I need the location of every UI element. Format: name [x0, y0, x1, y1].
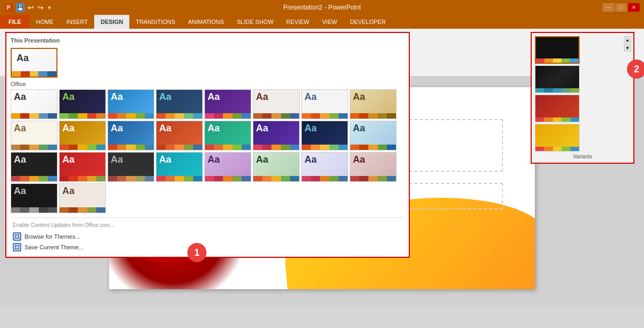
variant-item[interactable] — [535, 36, 580, 64]
variant-item[interactable] — [535, 95, 580, 122]
tab-developer[interactable]: DEVELOPER — [343, 15, 392, 29]
theme-item[interactable]: Aa — [204, 152, 251, 182]
theme-item[interactable]: Aa — [59, 121, 106, 150]
browse-themes-icon — [13, 232, 21, 241]
scroll-up-button[interactable]: ▲ — [624, 36, 631, 44]
window-title: Presentation2 - PowerPoint — [283, 4, 361, 11]
theme-item[interactable]: Aa — [59, 183, 106, 213]
close-button[interactable]: ✕ — [628, 3, 640, 12]
window-controls: ─ □ ✕ — [602, 3, 640, 12]
variants-grid — [535, 36, 630, 152]
tab-home[interactable]: HOME — [30, 15, 60, 29]
quick-access-more[interactable]: ▼ — [47, 5, 52, 11]
theme-item[interactable]: Aa — [11, 183, 57, 213]
save-icon[interactable]: 💾 — [16, 3, 24, 12]
save-theme-icon — [13, 243, 21, 251]
theme-item[interactable]: Aa — [204, 89, 251, 119]
theme-item[interactable]: Aa — [156, 89, 203, 119]
undo-icon[interactable]: ↩ — [28, 3, 34, 12]
theme-item[interactable]: Aa — [11, 89, 57, 119]
theme-item[interactable]: Aa — [11, 152, 57, 182]
theme-item[interactable]: Aa — [156, 152, 203, 182]
theme-item[interactable]: Aa — [350, 121, 397, 150]
office-label: Office — [11, 81, 404, 87]
tab-file[interactable]: FILE — [0, 15, 30, 29]
themes-panel-title: This Presentation — [11, 37, 404, 45]
theme-item[interactable]: Aa — [204, 121, 251, 150]
theme-item[interactable]: Aa — [253, 121, 300, 150]
variant-item[interactable] — [535, 124, 580, 152]
tab-view[interactable]: VIEW — [316, 15, 343, 29]
variant-item[interactable] — [535, 65, 580, 93]
theme-item[interactable]: Aa — [59, 152, 106, 182]
variants-scroll: ▲ ▼ — [624, 36, 631, 52]
theme-item[interactable]: Aa — [301, 121, 348, 150]
minimize-button[interactable]: ─ — [602, 3, 614, 12]
variants-panel: ▲ ▼ Variants 2 — [531, 32, 634, 164]
theme-item[interactable]: Aa — [301, 89, 348, 119]
theme-item[interactable]: Aa — [59, 89, 106, 119]
variants-label: Variants — [535, 154, 630, 159]
scroll-down-button[interactable]: ▼ — [624, 44, 631, 52]
title-bar: P 💾 ↩ ↪ ▼ Presentation2 - PowerPoint ─ □… — [0, 0, 644, 15]
theme-item[interactable]: Aa — [108, 121, 154, 150]
enable-updates-link[interactable]: Enable Content Updates from Office.com..… — [11, 221, 404, 229]
title-bar-left: P 💾 ↩ ↪ ▼ — [4, 3, 52, 12]
theme-item[interactable]: Aa — [108, 152, 154, 182]
tab-animations[interactable]: ANIMATIONS — [181, 15, 230, 29]
theme-item[interactable]: Aa — [11, 121, 57, 150]
theme-item[interactable]: Aa — [253, 152, 300, 182]
tab-transitions[interactable]: TRANSITIONS — [129, 15, 181, 29]
redo-icon[interactable]: ↪ — [37, 3, 44, 12]
tab-review[interactable]: REVIEW — [280, 15, 316, 29]
theme-item[interactable]: Aa — [156, 121, 203, 150]
tab-slideshow[interactable]: SLIDE SHOW — [230, 15, 280, 29]
restore-button[interactable]: □ — [615, 3, 627, 12]
tab-design[interactable]: DESIGN — [94, 15, 129, 29]
current-theme-thumb[interactable]: Aa — [11, 48, 57, 78]
save-theme-item[interactable]: Save Current Theme... — [11, 242, 404, 253]
themes-grid: Aa Aa Aa Aa Aa Aa Aa Aa — [11, 89, 404, 213]
theme-item[interactable]: Aa — [350, 152, 397, 182]
tab-insert[interactable]: INSERT — [60, 15, 94, 29]
browse-themes-item[interactable]: Browse for Themes... — [11, 231, 404, 242]
ribbon-tabs: FILE HOME INSERT DESIGN TRANSITIONS ANIM… — [0, 15, 644, 29]
themes-panel-footer: Enable Content Updates from Office.com..… — [11, 217, 404, 253]
theme-item[interactable]: Aa — [301, 152, 348, 182]
themes-panel: This Presentation Aa Office Aa Aa — [5, 32, 410, 258]
save-theme-label: Save Current Theme... — [24, 244, 84, 250]
theme-item[interactable]: Aa — [253, 89, 300, 119]
powerpoint-icon: P — [4, 3, 13, 12]
theme-item[interactable]: Aa — [350, 89, 397, 119]
browse-themes-label: Browse for Themes... — [24, 233, 80, 240]
theme-item[interactable]: Aa — [108, 89, 154, 119]
